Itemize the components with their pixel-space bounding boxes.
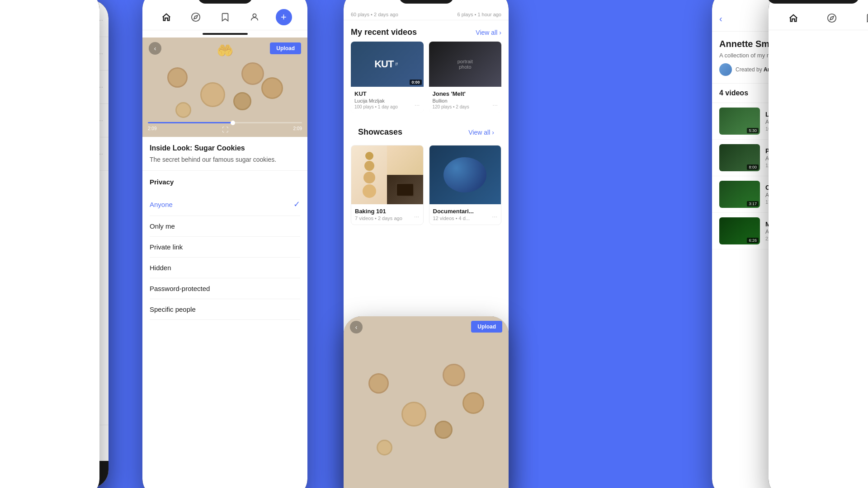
privacy-label-0: Anyone (150, 201, 293, 208)
nav-home[interactable] (158, 9, 175, 25)
video-title: Inside Look: Sugar Cookies (150, 144, 300, 152)
view-all-recent-button[interactable]: View all › (476, 29, 501, 36)
far-nav-explore[interactable] (824, 10, 840, 26)
video-card-jones[interactable]: portraitphoto Jones 'Melt' Bullion 120 p… (429, 42, 502, 113)
video-description: The secret behind our famous sugar cooki… (150, 156, 300, 163)
phone-notch-mid (399, 0, 453, 4)
chevron-right-showcase-icon: › (492, 129, 494, 136)
recent-videos-grid: KUT 〃 0:00 KUT Lucija Mrzljak 100 plays … (344, 42, 509, 120)
recent-videos-title: My recent videos (351, 28, 417, 37)
progress-fill (148, 122, 233, 123)
nav-plus[interactable]: + (276, 9, 292, 25)
svg-point-10 (828, 14, 836, 22)
nav-profile[interactable] (246, 9, 263, 25)
baking-sub1 (351, 145, 387, 204)
jones-title: Jones 'Melt' (433, 90, 498, 97)
fullscreen-icon[interactable]: ⛶ (222, 126, 228, 133)
privacy-option-3[interactable]: Hidden (150, 258, 300, 278)
kut-title: KUT (354, 90, 420, 97)
baking-thumb (351, 145, 423, 204)
bottom-back-button[interactable]: ‹ (350, 321, 363, 333)
video-top-overlay: ‹ Upload (142, 38, 307, 59)
chevron-right-icon: › (499, 29, 501, 36)
creator-avatar (719, 63, 732, 76)
bottom-upload-button[interactable]: Upload (471, 321, 502, 333)
baking-info: Baking 101 7 videos • 2 days ago ··· (351, 204, 423, 225)
time-row: 2:09 ⛶ 2:09 (148, 126, 302, 133)
privacy-option-2[interactable]: Private link (150, 237, 300, 258)
privacy-option-1[interactable]: Only me (150, 216, 300, 237)
top-meta-right: 6 plays • 1 hour ago (458, 12, 501, 17)
progress-dot (231, 121, 235, 125)
view-all-showcases-button[interactable]: View all › (468, 129, 494, 136)
video-meta-section: Inside Look: Sugar Cookies The secret be… (142, 137, 307, 171)
progress-bar[interactable] (148, 122, 302, 123)
kut-duration: 0:00 (410, 80, 421, 85)
video-back-button[interactable]: ‹ (149, 42, 161, 55)
time-current: 2:09 (148, 126, 156, 133)
jones-meta: 120 plays • 2 days (433, 104, 498, 109)
baking-more-button[interactable]: ··· (414, 213, 420, 220)
showcases-header: Showcases View all › (351, 120, 501, 141)
docu-more-button[interactable]: ··· (492, 213, 497, 220)
sv-duration-0: 5:30 (747, 128, 759, 133)
privacy-option-0[interactable]: Anyone ✓ (150, 193, 300, 216)
video-controls: 2:09 ⛶ 2:09 (142, 118, 307, 137)
svg-marker-11 (830, 16, 834, 20)
showcase-card-documentary[interactable]: Documentari... 12 videos • 4 d... ··· (429, 145, 502, 225)
svg-marker-5 (194, 15, 198, 19)
nav-explore[interactable] (188, 9, 204, 25)
baking-sub2 (387, 145, 423, 175)
svg-point-4 (191, 13, 199, 21)
sv-thumb-item-1: 8:00 (719, 144, 760, 171)
privacy-title: Privacy (150, 178, 300, 186)
sv-thumb-item-3: 6:26 (719, 217, 760, 244)
sv-duration-1: 8:00 (747, 164, 759, 170)
jones-info: Jones 'Melt' Bullion 120 plays • 2 days … (429, 87, 502, 113)
privacy-label-4: Password-protected (150, 285, 300, 292)
kut-more-button[interactable]: ··· (415, 101, 420, 108)
phone-notch (198, 0, 252, 4)
docu-title: Documentari... (433, 208, 498, 215)
check-mark: ✓ (293, 199, 300, 209)
baking-meta: 7 videos • 2 days ago (355, 216, 420, 221)
recent-videos-header: My recent videos View all › (344, 20, 509, 42)
top-meta-left: 60 plays • 2 days ago (351, 12, 398, 17)
back-button[interactable]: ‹ (719, 14, 722, 24)
docu-info: Documentari... 12 videos • 4 d... ··· (429, 204, 501, 225)
sv-duration-3: 6:26 (747, 238, 759, 243)
kut-thumb: KUT 〃 0:00 (351, 42, 424, 87)
phone-bottom: ‹ Upload (344, 316, 509, 488)
showcase-card-baking[interactable]: Baking 101 7 videos • 2 days ago ··· (351, 145, 424, 225)
time-total: 2:09 (293, 126, 302, 133)
baking-sub3 (387, 175, 423, 204)
privacy-label-2: Private link (150, 243, 300, 251)
showcase-cards-grid: Baking 101 7 videos • 2 days ago ··· Doc… (351, 145, 501, 225)
nav-saved[interactable] (217, 9, 233, 25)
privacy-label-3: Hidden (150, 264, 300, 272)
kut-info: KUT Lucija Mrzljak 100 plays • 1 day ago… (351, 87, 424, 113)
jones-author: Bullion (433, 98, 498, 103)
privacy-option-5[interactable]: Specific people (150, 299, 300, 320)
phone-notch-far (805, 0, 859, 4)
docu-thumb (429, 145, 501, 204)
showcases-section: Showcases View all › (344, 120, 509, 225)
video-card-kut[interactable]: KUT 〃 0:00 KUT Lucija Mrzljak 100 plays … (351, 42, 424, 113)
far-nav-home[interactable] (785, 10, 802, 26)
jones-more-button[interactable]: ··· (492, 101, 498, 108)
showcases-title: Showcases (358, 127, 402, 137)
sv-thumb-item-0: 5:30 (719, 108, 760, 135)
video-player[interactable]: 🤲 ‹ Upload 2:09 ⛶ 2:09 (142, 38, 307, 137)
upload-button[interactable]: Upload (270, 42, 301, 54)
far-nav-saved[interactable] (862, 10, 868, 26)
baking-title: Baking 101 (355, 208, 420, 215)
kut-author: Lucija Mrzljak (354, 98, 420, 103)
privacy-label-5: Specific people (150, 305, 300, 313)
bottom-video-player: ‹ Upload (344, 316, 509, 488)
phone-far-right (769, 0, 868, 488)
jones-thumb: portraitphoto (429, 42, 502, 87)
sv-thumb-item-2: 3:17 (719, 181, 760, 208)
sv-duration-2: 3:17 (747, 201, 759, 206)
privacy-option-4[interactable]: Password-protected (150, 278, 300, 299)
phone-far-left (0, 0, 99, 488)
